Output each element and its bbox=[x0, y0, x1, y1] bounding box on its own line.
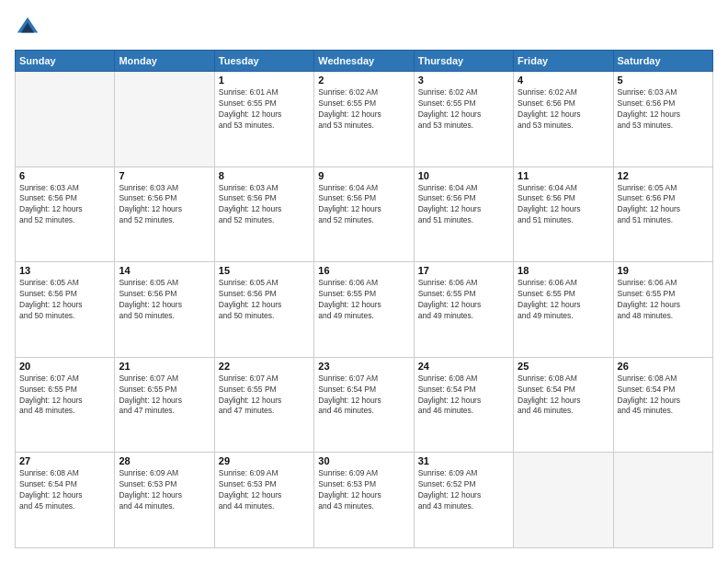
calendar-week-4: 27Sunrise: 6:08 AM Sunset: 6:54 PM Dayli… bbox=[16, 453, 713, 548]
day-number: 31 bbox=[418, 455, 509, 466]
day-number: 9 bbox=[318, 170, 409, 181]
calendar-cell: 21Sunrise: 6:07 AM Sunset: 6:55 PM Dayli… bbox=[115, 357, 214, 453]
day-number: 6 bbox=[19, 170, 110, 181]
calendar-header-monday: Monday bbox=[115, 51, 214, 72]
cell-info: Sunrise: 6:06 AM Sunset: 6:55 PM Dayligh… bbox=[618, 278, 709, 322]
calendar-cell: 18Sunrise: 6:06 AM Sunset: 6:55 PM Dayli… bbox=[514, 262, 613, 358]
day-number: 28 bbox=[119, 455, 210, 466]
day-number: 29 bbox=[219, 455, 310, 466]
calendar-cell: 25Sunrise: 6:08 AM Sunset: 6:54 PM Dayli… bbox=[514, 357, 613, 453]
day-number: 16 bbox=[318, 265, 409, 276]
calendar-week-0: 1Sunrise: 6:01 AM Sunset: 6:55 PM Daylig… bbox=[16, 72, 713, 167]
cell-info: Sunrise: 6:04 AM Sunset: 6:56 PM Dayligh… bbox=[518, 183, 609, 227]
day-number: 1 bbox=[219, 75, 310, 86]
cell-info: Sunrise: 6:06 AM Sunset: 6:55 PM Dayligh… bbox=[418, 278, 509, 322]
calendar-cell: 12Sunrise: 6:05 AM Sunset: 6:56 PM Dayli… bbox=[613, 167, 712, 262]
cell-info: Sunrise: 6:09 AM Sunset: 6:53 PM Dayligh… bbox=[318, 468, 409, 512]
calendar-cell: 23Sunrise: 6:07 AM Sunset: 6:54 PM Dayli… bbox=[314, 357, 414, 453]
day-number: 27 bbox=[19, 455, 110, 466]
day-number: 23 bbox=[318, 361, 409, 372]
calendar-cell: 22Sunrise: 6:07 AM Sunset: 6:55 PM Dayli… bbox=[214, 357, 313, 453]
calendar-cell: 20Sunrise: 6:07 AM Sunset: 6:55 PM Dayli… bbox=[16, 357, 115, 453]
calendar-cell bbox=[514, 453, 613, 548]
day-number: 25 bbox=[518, 361, 609, 372]
day-number: 4 bbox=[518, 75, 609, 86]
day-number: 19 bbox=[618, 265, 709, 276]
calendar-week-1: 6Sunrise: 6:03 AM Sunset: 6:56 PM Daylig… bbox=[16, 167, 713, 262]
page: SundayMondayTuesdayWednesdayThursdayFrid… bbox=[0, 0, 728, 563]
calendar-cell: 19Sunrise: 6:06 AM Sunset: 6:55 PM Dayli… bbox=[613, 262, 712, 358]
cell-info: Sunrise: 6:05 AM Sunset: 6:56 PM Dayligh… bbox=[618, 183, 709, 227]
calendar-cell: 3Sunrise: 6:02 AM Sunset: 6:55 PM Daylig… bbox=[414, 72, 513, 167]
cell-info: Sunrise: 6:03 AM Sunset: 6:56 PM Dayligh… bbox=[618, 87, 709, 132]
cell-info: Sunrise: 6:05 AM Sunset: 6:56 PM Dayligh… bbox=[119, 278, 210, 322]
day-number: 22 bbox=[219, 361, 310, 372]
calendar-table: SundayMondayTuesdayWednesdayThursdayFrid… bbox=[15, 50, 713, 548]
cell-info: Sunrise: 6:07 AM Sunset: 6:55 PM Dayligh… bbox=[119, 373, 210, 418]
day-number: 15 bbox=[219, 265, 310, 276]
cell-info: Sunrise: 6:03 AM Sunset: 6:56 PM Dayligh… bbox=[219, 183, 310, 227]
calendar-header-row: SundayMondayTuesdayWednesdayThursdayFrid… bbox=[16, 51, 713, 72]
cell-info: Sunrise: 6:02 AM Sunset: 6:56 PM Dayligh… bbox=[518, 87, 609, 132]
calendar-cell bbox=[16, 72, 115, 167]
calendar-cell: 7Sunrise: 6:03 AM Sunset: 6:56 PM Daylig… bbox=[115, 167, 214, 262]
day-number: 20 bbox=[19, 361, 110, 372]
calendar-cell: 4Sunrise: 6:02 AM Sunset: 6:56 PM Daylig… bbox=[514, 72, 613, 167]
calendar-cell: 5Sunrise: 6:03 AM Sunset: 6:56 PM Daylig… bbox=[613, 72, 712, 167]
cell-info: Sunrise: 6:09 AM Sunset: 6:53 PM Dayligh… bbox=[119, 468, 210, 512]
calendar-header-tuesday: Tuesday bbox=[214, 51, 313, 72]
cell-info: Sunrise: 6:08 AM Sunset: 6:54 PM Dayligh… bbox=[418, 373, 509, 418]
logo bbox=[15, 15, 42, 40]
cell-info: Sunrise: 6:01 AM Sunset: 6:55 PM Dayligh… bbox=[219, 87, 310, 132]
calendar-cell: 27Sunrise: 6:08 AM Sunset: 6:54 PM Dayli… bbox=[16, 453, 115, 548]
cell-info: Sunrise: 6:09 AM Sunset: 6:53 PM Dayligh… bbox=[219, 468, 310, 512]
day-number: 7 bbox=[119, 170, 210, 181]
cell-info: Sunrise: 6:05 AM Sunset: 6:56 PM Dayligh… bbox=[19, 278, 110, 322]
cell-info: Sunrise: 6:06 AM Sunset: 6:55 PM Dayligh… bbox=[518, 278, 609, 322]
calendar-header-sunday: Sunday bbox=[16, 51, 115, 72]
calendar-cell: 10Sunrise: 6:04 AM Sunset: 6:56 PM Dayli… bbox=[414, 167, 513, 262]
calendar-cell: 30Sunrise: 6:09 AM Sunset: 6:53 PM Dayli… bbox=[314, 453, 414, 548]
day-number: 2 bbox=[318, 75, 409, 86]
day-number: 11 bbox=[518, 170, 609, 181]
day-number: 17 bbox=[418, 265, 509, 276]
cell-info: Sunrise: 6:04 AM Sunset: 6:56 PM Dayligh… bbox=[318, 183, 409, 227]
day-number: 21 bbox=[119, 361, 210, 372]
calendar-cell: 6Sunrise: 6:03 AM Sunset: 6:56 PM Daylig… bbox=[16, 167, 115, 262]
day-number: 8 bbox=[219, 170, 310, 181]
day-number: 13 bbox=[19, 265, 110, 276]
cell-info: Sunrise: 6:07 AM Sunset: 6:55 PM Dayligh… bbox=[219, 373, 310, 418]
calendar-cell: 11Sunrise: 6:04 AM Sunset: 6:56 PM Dayli… bbox=[514, 167, 613, 262]
calendar-cell: 8Sunrise: 6:03 AM Sunset: 6:56 PM Daylig… bbox=[214, 167, 313, 262]
calendar-cell: 14Sunrise: 6:05 AM Sunset: 6:56 PM Dayli… bbox=[115, 262, 214, 358]
cell-info: Sunrise: 6:08 AM Sunset: 6:54 PM Dayligh… bbox=[518, 373, 609, 418]
calendar-cell: 29Sunrise: 6:09 AM Sunset: 6:53 PM Dayli… bbox=[214, 453, 313, 548]
day-number: 14 bbox=[119, 265, 210, 276]
day-number: 26 bbox=[618, 361, 709, 372]
calendar-header-thursday: Thursday bbox=[414, 51, 513, 72]
calendar-cell: 17Sunrise: 6:06 AM Sunset: 6:55 PM Dayli… bbox=[414, 262, 513, 358]
calendar-cell bbox=[613, 453, 712, 548]
day-number: 12 bbox=[618, 170, 709, 181]
cell-info: Sunrise: 6:05 AM Sunset: 6:56 PM Dayligh… bbox=[219, 278, 310, 322]
day-number: 24 bbox=[418, 361, 509, 372]
calendar-cell: 15Sunrise: 6:05 AM Sunset: 6:56 PM Dayli… bbox=[214, 262, 313, 358]
calendar-cell: 31Sunrise: 6:09 AM Sunset: 6:52 PM Dayli… bbox=[414, 453, 513, 548]
calendar-cell: 9Sunrise: 6:04 AM Sunset: 6:56 PM Daylig… bbox=[314, 167, 414, 262]
cell-info: Sunrise: 6:07 AM Sunset: 6:55 PM Dayligh… bbox=[19, 373, 110, 418]
calendar-cell: 28Sunrise: 6:09 AM Sunset: 6:53 PM Dayli… bbox=[115, 453, 214, 548]
cell-info: Sunrise: 6:03 AM Sunset: 6:56 PM Dayligh… bbox=[119, 183, 210, 227]
calendar-cell: 13Sunrise: 6:05 AM Sunset: 6:56 PM Dayli… bbox=[16, 262, 115, 358]
calendar-cell bbox=[115, 72, 214, 167]
day-number: 30 bbox=[318, 455, 409, 466]
cell-info: Sunrise: 6:06 AM Sunset: 6:55 PM Dayligh… bbox=[318, 278, 409, 322]
cell-info: Sunrise: 6:03 AM Sunset: 6:56 PM Dayligh… bbox=[19, 183, 110, 227]
day-number: 10 bbox=[418, 170, 509, 181]
calendar-week-3: 20Sunrise: 6:07 AM Sunset: 6:55 PM Dayli… bbox=[16, 357, 713, 453]
calendar-cell: 2Sunrise: 6:02 AM Sunset: 6:55 PM Daylig… bbox=[314, 72, 414, 167]
day-number: 3 bbox=[418, 75, 509, 86]
cell-info: Sunrise: 6:08 AM Sunset: 6:54 PM Dayligh… bbox=[19, 468, 110, 512]
header bbox=[15, 15, 713, 40]
calendar-cell: 1Sunrise: 6:01 AM Sunset: 6:55 PM Daylig… bbox=[214, 72, 313, 167]
calendar-header-wednesday: Wednesday bbox=[314, 51, 414, 72]
